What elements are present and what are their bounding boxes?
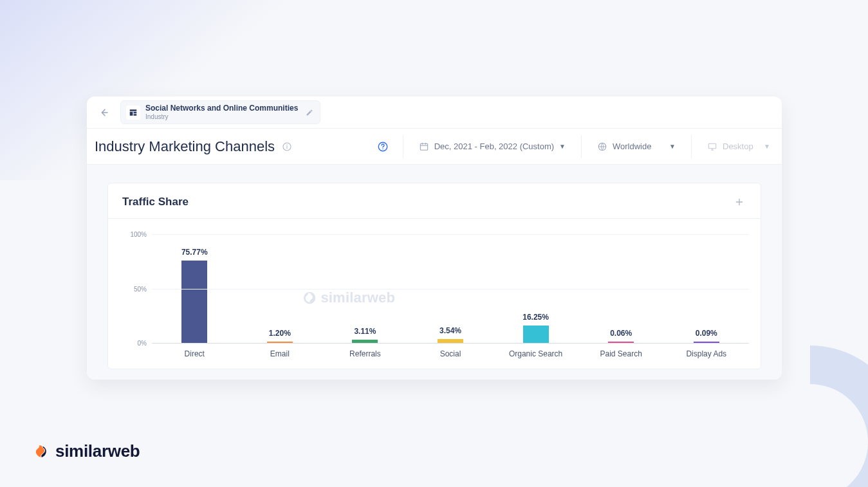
plus-icon [734,197,744,207]
date-range-selector[interactable]: Dec, 2021 - Feb, 2022 (Custom) ▼ [410,142,575,152]
desktop-icon [707,142,717,152]
svg-rect-2 [286,146,287,149]
x-tick-label: Social [408,349,494,358]
bar[interactable] [181,261,207,343]
context-title: Social Networks and Online Communities [145,104,298,113]
x-tick-label: Paid Search [578,349,664,358]
svg-rect-5 [420,143,427,150]
arrow-left-icon [98,107,109,118]
bar-value-label: 1.20% [269,329,291,338]
category-icon [126,106,140,120]
context-subtitle: Industry [145,113,298,120]
device-selector: Desktop ▼ [698,142,782,152]
baseline [152,343,749,344]
svg-point-4 [382,148,383,149]
svg-point-1 [286,144,287,145]
info-icon[interactable] [281,141,293,152]
bar[interactable] [523,326,549,343]
y-tick-label: 50% [134,285,147,292]
brand-logo: similarweb [32,441,140,461]
caret-down-icon: ▼ [669,143,676,150]
caret-down-icon: ▼ [559,143,566,150]
help-icon [377,141,389,152]
separator [691,135,692,158]
bar-value-label: 0.09% [696,329,717,338]
region-value: Worldwide [613,142,651,151]
calendar-icon [419,142,429,152]
x-tick-label: Referrals [322,349,408,358]
grid-line [152,289,749,289]
date-range-value: Dec, 2021 - Feb, 2022 (Custom) [434,142,554,151]
caret-down-icon: ▼ [764,143,770,150]
globe-icon [597,142,607,152]
x-tick-label: Display Ads [663,349,749,358]
add-widget-button[interactable] [732,195,746,209]
x-tick-label: Direct [152,349,237,358]
dashboard-card: Social Networks and Online Communities I… [87,96,782,380]
separator [581,135,582,158]
traffic-share-chart: 0%50%100% similarweb 75.77%1.20%3.11%3.5… [108,219,761,369]
grid-line [152,234,749,235]
y-tick-label: 100% [130,231,147,238]
help-button[interactable] [377,141,389,152]
bar-value-label: 75.77% [181,248,208,257]
region-selector[interactable]: Worldwide ▼ [588,142,685,152]
bar-value-label: 0.06% [610,329,632,338]
device-value: Desktop [723,142,753,151]
page-title: Industry Marketing Channels [95,138,275,155]
bar-value-label: 3.11% [354,327,376,336]
edit-context-button[interactable] [306,109,313,116]
context-pill[interactable]: Social Networks and Online Communities I… [120,100,320,124]
x-tick-label: Organic Search [493,349,578,358]
filter-bar: Industry Marketing Channels Dec, 2021 - … [87,129,782,165]
traffic-share-card: Traffic Share 0%50%100% similarweb 75.77… [107,183,761,369]
x-tick-label: Email [237,349,323,358]
separator [403,135,403,158]
svg-rect-7 [708,143,716,148]
bar-value-label: 16.25% [522,313,549,322]
back-button[interactable] [95,104,113,122]
context-bar: Social Networks and Online Communities I… [87,96,782,129]
chart-title: Traffic Share [122,196,189,208]
pencil-icon [306,109,313,116]
bar-value-label: 3.54% [439,326,461,335]
similarweb-icon [32,443,50,461]
y-tick-label: 0% [138,340,147,347]
brand-text: similarweb [55,441,140,461]
